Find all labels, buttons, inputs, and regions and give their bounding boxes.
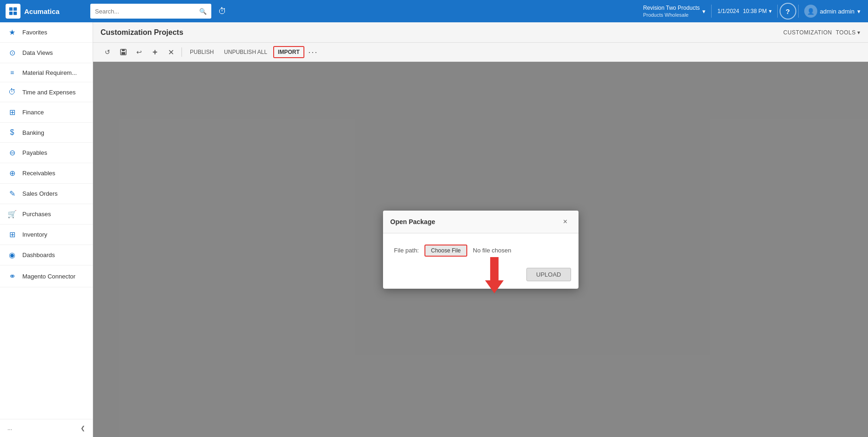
sidebar-item-label: Payables xyxy=(22,149,47,156)
sidebar-item-label: Banking xyxy=(22,129,44,136)
search-input[interactable] xyxy=(95,8,195,15)
branch-selector[interactable]: Revision Two Products Products Wholesale… xyxy=(639,3,710,20)
user-dropdown-icon: ▾ xyxy=(857,8,861,15)
avatar-icon: 👤 xyxy=(807,8,814,15)
sidebar-item-banking[interactable]: $ Banking xyxy=(0,123,93,143)
modal-title: Open Package xyxy=(390,218,436,225)
open-package-dialog: Open Package × File path: Choose File No… xyxy=(383,211,579,289)
toolbar-separator-1 xyxy=(182,47,182,57)
modal-header: Open Package × xyxy=(383,211,579,233)
sidebar-item-label: Finance xyxy=(22,109,44,116)
more-label: ... xyxy=(7,425,12,431)
time-expenses-icon: ⏱ xyxy=(7,88,17,96)
help-icon: ? xyxy=(786,7,790,15)
sidebar-item-purchases[interactable]: 🛒 Purchases xyxy=(0,204,93,225)
banking-icon: $ xyxy=(7,128,17,137)
nav-divider-1 xyxy=(711,5,712,18)
nav-right-section: Revision Two Products Products Wholesale… xyxy=(639,3,864,20)
choose-file-label: Choose File xyxy=(431,247,461,254)
sidebar-item-inventory[interactable]: ⊞ Inventory xyxy=(0,225,93,245)
dashboards-icon: ◉ xyxy=(7,251,17,259)
payables-icon: ⊖ xyxy=(7,148,17,157)
layout: ★ Favorites ⊙ Data Views ≡ Material Requ… xyxy=(0,22,868,437)
toolbar: ↺ ↩ + ✕ PUBLISH UNPUBLISH ALL IMPORT ··· xyxy=(93,43,868,62)
refresh-button[interactable]: ↺ xyxy=(101,46,114,59)
svg-rect-0 xyxy=(9,7,13,11)
sidebar-item-sales-orders[interactable]: ✎ Sales Orders xyxy=(0,184,93,204)
magento-icon: ⚭ xyxy=(7,271,17,281)
sidebar-item-label: Purchases xyxy=(22,211,51,218)
publish-button[interactable]: PUBLISH xyxy=(186,46,218,58)
tools-link[interactable]: TOOLS ▾ xyxy=(836,29,861,36)
svg-rect-6 xyxy=(121,52,125,54)
upload-label: UPLOAD xyxy=(536,271,561,278)
help-button[interactable]: ? xyxy=(780,3,796,20)
nav-divider-3 xyxy=(798,5,799,18)
receivables-icon: ⊕ xyxy=(7,169,17,178)
svg-rect-3 xyxy=(13,12,17,15)
choose-file-button[interactable]: Choose File xyxy=(424,245,467,257)
user-name: admin admin xyxy=(820,8,855,15)
more-options-button[interactable]: ··· xyxy=(306,46,320,59)
material-req-icon: ≡ xyxy=(7,69,17,76)
customization-link[interactable]: CUSTOMIZATION xyxy=(783,29,832,36)
unpublish-all-button[interactable]: UNPUBLISH ALL xyxy=(220,46,271,58)
svg-rect-1 xyxy=(13,7,17,11)
purchases-icon: 🛒 xyxy=(7,210,17,218)
branch-name: Revision Two Products xyxy=(643,5,700,12)
acumatica-logo[interactable]: Acumatica xyxy=(4,4,87,19)
content-area: Open Package × File path: Choose File No… xyxy=(93,62,868,437)
delete-button[interactable]: ✕ xyxy=(164,46,178,59)
data-views-icon: ⊙ xyxy=(7,48,17,57)
date-selector[interactable]: 1/1/2024 10:38 PM ▾ xyxy=(713,6,775,16)
svg-rect-2 xyxy=(9,12,13,15)
sidebar-item-time-expenses[interactable]: ⏱ Time and Expenses xyxy=(0,82,93,102)
branch-dropdown-icon: ▾ xyxy=(702,8,706,15)
branch-sub: Products Wholesale xyxy=(643,12,700,18)
star-icon: ★ xyxy=(7,28,17,37)
upload-button[interactable]: UPLOAD xyxy=(526,268,571,281)
file-path-row: File path: Choose File No file chosen xyxy=(394,245,567,257)
user-avatar: 👤 xyxy=(804,5,817,18)
collapse-icon: ❮ xyxy=(81,425,85,431)
user-menu-button[interactable]: 👤 admin admin ▾ xyxy=(801,3,864,20)
file-path-label: File path: xyxy=(394,247,419,254)
sidebar-item-label: Dashboards xyxy=(22,252,55,258)
modal-body: File path: Choose File No file chosen xyxy=(383,233,579,264)
import-button[interactable]: IMPORT xyxy=(273,46,304,58)
sidebar-item-finance[interactable]: ⊞ Finance xyxy=(0,102,93,123)
sidebar-item-receivables[interactable]: ⊕ Receivables xyxy=(0,163,93,184)
sidebar-item-payables[interactable]: ⊖ Payables xyxy=(0,143,93,163)
modal-close-button[interactable]: × xyxy=(560,216,571,227)
sidebar: ★ Favorites ⊙ Data Views ≡ Material Requ… xyxy=(0,22,93,437)
sidebar-item-label: Receivables xyxy=(22,170,55,177)
page-header: Customization Projects CUSTOMIZATION TOO… xyxy=(93,22,868,43)
sidebar-item-magento[interactable]: ⚭ Magento Connector xyxy=(0,265,93,287)
inventory-icon: ⊞ xyxy=(7,230,17,239)
sidebar-item-label: Material Requirem... xyxy=(22,69,77,76)
recent-items-button[interactable]: ⏱ xyxy=(214,3,231,20)
sidebar-footer[interactable]: ... ❮ xyxy=(0,419,93,437)
unpublish-all-label: UNPUBLISH ALL xyxy=(224,49,267,55)
undo-button[interactable]: ↩ xyxy=(132,46,146,59)
sidebar-item-label: Time and Expenses xyxy=(22,89,75,96)
svg-rect-5 xyxy=(122,49,125,51)
sidebar-item-material-req[interactable]: ≡ Material Requirem... xyxy=(0,63,93,82)
page-header-right: CUSTOMIZATION TOOLS ▾ xyxy=(783,29,861,36)
add-button[interactable]: + xyxy=(148,46,162,59)
app-name: Acumatica xyxy=(24,7,60,15)
page-title: Customization Projects xyxy=(101,28,183,37)
search-bar: 🔍 xyxy=(90,4,211,19)
sidebar-item-dashboards[interactable]: ◉ Dashboards xyxy=(0,245,93,265)
branch-info: Revision Two Products Products Wholesale xyxy=(643,5,700,18)
sidebar-item-favorites[interactable]: ★ Favorites xyxy=(0,22,93,43)
sidebar-item-data-views[interactable]: ⊙ Data Views xyxy=(0,43,93,63)
sales-orders-icon: ✎ xyxy=(7,189,17,198)
sidebar-item-label: Data Views xyxy=(22,49,53,56)
save-button[interactable] xyxy=(116,46,130,59)
time-text: 10:38 PM xyxy=(743,8,767,14)
modal-footer: UPLOAD xyxy=(383,264,579,289)
logo-icon xyxy=(6,4,20,19)
search-icon[interactable]: 🔍 xyxy=(199,8,207,15)
nav-divider-2 xyxy=(777,5,778,18)
